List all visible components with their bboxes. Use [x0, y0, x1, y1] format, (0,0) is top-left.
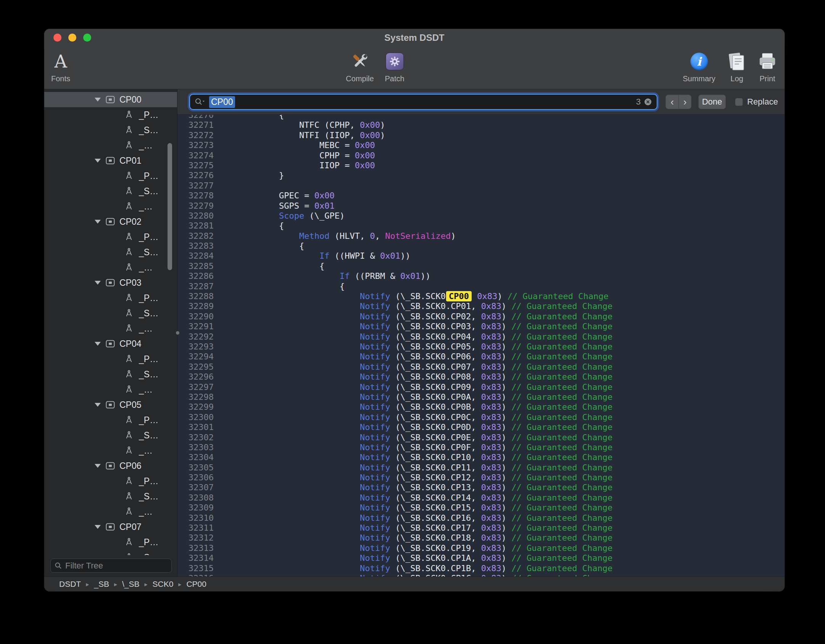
code-text: Notify (\_SB.SCK0.CP0F, 0x83) // Guarant…	[259, 443, 612, 452]
line-number: 32296	[177, 372, 214, 382]
code-segment: Notify	[360, 452, 390, 462]
search-menu-icon[interactable]	[195, 98, 206, 106]
code-line: 32288 Notify (\_SB.SCK0CP00 0x83) // Gua…	[177, 291, 785, 301]
title-bar[interactable]: System DSDT	[44, 29, 785, 46]
tree-item-method[interactable]: _P…	[44, 168, 177, 184]
code-segment: 0x83	[481, 372, 501, 382]
code-segment: // Guaranteed Change	[511, 422, 612, 432]
tree-item-method[interactable]: _P…	[44, 290, 177, 306]
tree-item-cp00[interactable]: CP00	[44, 92, 177, 107]
code-line: 32276 }	[177, 171, 785, 180]
print-button[interactable]: Print	[757, 49, 778, 83]
tree-item-method[interactable]: _…	[44, 138, 177, 153]
code-segment: Method	[299, 231, 329, 241]
minimize-button[interactable]	[68, 34, 76, 42]
disclosure-triangle-icon[interactable]	[95, 342, 101, 346]
tree-item-method[interactable]: _S…	[44, 306, 177, 321]
code-segment	[259, 452, 360, 462]
tree-item-cp01[interactable]: CP01	[44, 153, 177, 168]
tree-item-method[interactable]: _S…	[44, 428, 177, 443]
tree-item-cp07[interactable]: CP07	[44, 519, 177, 535]
code-text: Notify (\_SB.SCK0.CP12, 0x83) // Guarant…	[259, 473, 612, 483]
tree-item-method[interactable]: _…	[44, 321, 177, 336]
disclosure-triangle-icon[interactable]	[95, 159, 101, 163]
code-segment: Notify	[360, 483, 390, 492]
tree-item-method[interactable]: _P…	[44, 535, 177, 550]
tree-item-method[interactable]: _…	[44, 504, 177, 519]
pane-splitter-handle[interactable]	[176, 331, 179, 335]
filter-tree-input[interactable]	[65, 561, 168, 571]
code-segment: // Guaranteed Change	[511, 322, 612, 331]
tree-item-method[interactable]: _P…	[44, 351, 177, 367]
tree-item-method[interactable]: _S…	[44, 367, 177, 382]
find-previous-button[interactable]: ‹	[666, 95, 678, 109]
zoom-button[interactable]	[83, 34, 91, 42]
log-pages-icon	[727, 49, 746, 74]
tree-item-method[interactable]: _…	[44, 382, 177, 397]
tree-item-method[interactable]: _…	[44, 260, 177, 275]
tree-item-method[interactable]: _…	[44, 199, 177, 214]
code-segment: )	[501, 322, 512, 331]
path-item-sck0[interactable]: SCK0	[153, 580, 174, 589]
code-segment: 0x83	[481, 443, 501, 452]
code-editor[interactable]: 32270 {32271 NTFC (CPHP, 0x00)32272 NTFI…	[177, 115, 785, 576]
clear-search-button[interactable]	[644, 98, 652, 106]
patch-button[interactable]: Patch	[385, 49, 404, 83]
disclosure-triangle-icon[interactable]	[95, 403, 101, 407]
tree-item-method[interactable]: _P…	[44, 473, 177, 489]
tree-item-method[interactable]: _P…	[44, 107, 177, 122]
tree-item-cp04[interactable]: CP04	[44, 336, 177, 351]
tree-item-method[interactable]: _…	[44, 443, 177, 458]
disclosure-triangle-icon[interactable]	[95, 281, 101, 285]
log-button[interactable]: Log	[727, 49, 746, 83]
summary-button[interactable]: i Summary	[683, 49, 715, 83]
line-number: 32313	[177, 543, 214, 553]
tree-item-cp03[interactable]: CP03	[44, 275, 177, 290]
path-item-_sb[interactable]: \_SB	[122, 580, 140, 589]
tree-item-method[interactable]: _S…	[44, 122, 177, 138]
disclosure-triangle-icon[interactable]	[95, 98, 101, 101]
path-item-dsdt[interactable]: DSDT	[59, 580, 81, 589]
tree-item-cp06[interactable]: CP06	[44, 458, 177, 473]
tree-item-method[interactable]: _S…	[44, 245, 177, 260]
disclosure-triangle-icon[interactable]	[95, 464, 101, 468]
method-compass-icon	[124, 171, 134, 181]
line-number: 32300	[177, 412, 214, 422]
close-button[interactable]	[53, 34, 61, 42]
code-segment: (\_SB.SCK0.CP0D,	[390, 422, 481, 432]
code-segment: 0x83	[481, 312, 501, 321]
done-button[interactable]: Done	[698, 95, 726, 109]
path-item-cp00[interactable]: CP00	[186, 580, 206, 589]
code-segment	[259, 483, 360, 492]
line-number: 32306	[177, 473, 214, 483]
filter-tree-field[interactable]	[50, 559, 172, 573]
fonts-icon: A	[54, 53, 67, 70]
tree-item-method[interactable]: _P…	[44, 229, 177, 245]
code-segment: Notify	[360, 564, 390, 573]
tree-item-cp02[interactable]: CP02	[44, 214, 177, 229]
tree-item-method[interactable]: _S…	[44, 184, 177, 199]
path-separator: ▸	[178, 581, 181, 588]
line-number: 32302	[177, 433, 214, 443]
fonts-button[interactable]: A Fonts	[51, 49, 70, 83]
sidebar-scrollbar-thumb[interactable]	[168, 143, 172, 270]
code-segment: (\_SB.SCK0	[390, 291, 446, 301]
tree-item-method[interactable]: _P…	[44, 412, 177, 428]
code-text: Notify (\_SB.SCK0.CP06, 0x83) // Guarant…	[259, 352, 612, 362]
replace-checkbox[interactable]	[735, 98, 743, 106]
compile-button[interactable]: Compile	[346, 49, 374, 83]
code-text: Notify (\_SB.SCK0.CP1C, 0x83) // Guarant…	[259, 573, 612, 576]
find-next-button[interactable]: ›	[678, 95, 691, 109]
method-compass-icon	[124, 491, 134, 501]
disclosure-triangle-icon[interactable]	[95, 220, 101, 224]
tree-item-method[interactable]: _S…	[44, 550, 177, 555]
tree-item-cp05[interactable]: CP05	[44, 397, 177, 412]
tree-item-method[interactable]: _S…	[44, 489, 177, 504]
find-input[interactable]: CP00 3	[189, 94, 657, 110]
path-item-_sb[interactable]: _SB	[94, 580, 109, 589]
code-segment	[259, 422, 360, 432]
code-text: Notify (\_SB.SCK0.CP0A, 0x83) // Guarant…	[259, 392, 612, 402]
code-segment: 0x83	[481, 473, 501, 482]
disclosure-triangle-icon[interactable]	[95, 525, 101, 529]
code-line: 32306 Notify (\_SB.SCK0.CP12, 0x83) // G…	[177, 473, 785, 483]
